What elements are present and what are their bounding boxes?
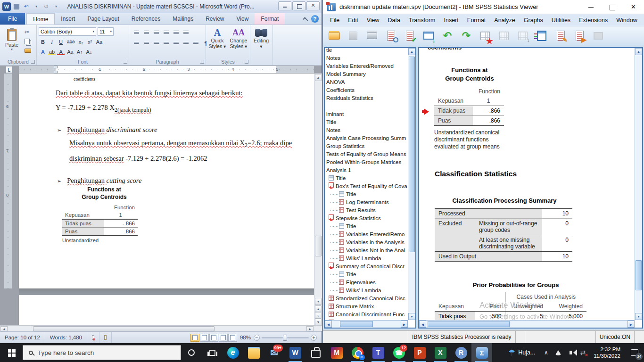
italic-button[interactable]: I — [48, 38, 56, 46]
next-page-button[interactable]: ▼ — [315, 319, 322, 325]
strikethrough-button[interactable]: abe — [66, 38, 76, 46]
scroll-left-icon[interactable]: ◀ — [419, 321, 426, 328]
outline-view-icon[interactable] — [219, 334, 228, 342]
menu-item[interactable]: Transform — [405, 17, 440, 24]
outline-item[interactable]: Variables in the Analysis — [325, 239, 415, 247]
underline-button[interactable]: U — [57, 38, 65, 46]
document-page[interactable]: coefficients Dari table di atas, dapat k… — [19, 74, 314, 288]
edge-icon[interactable]: e — [223, 343, 243, 362]
designate-window-icon[interactable] — [590, 28, 607, 43]
bold-button[interactable]: B — [39, 38, 47, 46]
print-preview-icon[interactable] — [382, 28, 399, 43]
outline-item[interactable]: Title — [325, 118, 415, 126]
sync-error-icon[interactable]: ⇄ — [577, 343, 589, 362]
classification-processing-summary-table[interactable]: Processed10 ExcludedMissing or out-of-ra… — [435, 208, 572, 262]
align-right-icon[interactable] — [152, 39, 161, 47]
paste-button[interactable]: Paste ▾ — [2, 27, 22, 57]
outline-item[interactable]: tle — [325, 47, 415, 54]
save-icon[interactable] — [345, 28, 362, 43]
previous-page-button[interactable]: ▲ — [315, 305, 322, 312]
outline-item[interactable]: Analysis Case Processing Summ — [325, 134, 415, 142]
font-color-button[interactable]: A — [57, 48, 65, 56]
styles-dialog-launcher-icon[interactable] — [245, 60, 248, 64]
goto-case-icon[interactable]: ★ — [477, 28, 494, 43]
menu-item[interactable]: Window — [612, 17, 641, 24]
page-indicator[interactable]: Page: 10 of 12 — [0, 332, 45, 343]
outline-item[interactable]: Standardized Canonical Disc — [325, 295, 415, 303]
ribbon-tab[interactable]: Mailings — [166, 13, 199, 25]
font-dialog-launcher-icon[interactable] — [124, 60, 127, 64]
close-button[interactable] — [306, 1, 320, 10]
scrollbar-thumb[interactable] — [315, 236, 322, 256]
variables-icon[interactable] — [533, 28, 550, 43]
outline-item[interactable]: Pooled Within-Groups Matrices — [325, 158, 415, 166]
menu-item[interactable]: Graphs — [520, 17, 547, 24]
outline-item[interactable] — [325, 102, 415, 110]
outline-vertical-scrollbar[interactable]: ▲ ▼ — [408, 48, 415, 320]
ribbon-tab[interactable]: Insert — [55, 13, 81, 25]
task-view-button[interactable] — [202, 343, 223, 362]
menu-item[interactable]: File — [326, 17, 344, 24]
hidden-icons-chevron[interactable]: ∧ — [540, 343, 552, 362]
matlab-icon[interactable]: M — [326, 343, 347, 362]
scroll-up-icon[interactable]: ▲ — [315, 74, 322, 81]
scrollbar-thumb[interactable] — [33, 326, 215, 331]
scrollbar-thumb[interactable] — [428, 321, 510, 327]
open-icon[interactable] — [326, 28, 343, 43]
r-icon[interactable]: R — [451, 343, 471, 362]
output-horizontal-scrollbar[interactable]: ◀ ▶ — [419, 320, 635, 328]
outline-item[interactable]: Variables Entered/Remo — [325, 230, 415, 239]
ribbon-tab[interactable]: References — [125, 13, 166, 25]
outline-item[interactable]: Variables Not in the Anal — [325, 247, 415, 255]
outline-item[interactable]: Canonical Discriminant Func — [325, 311, 415, 319]
minimize-button[interactable] — [580, 0, 602, 14]
close-button[interactable] — [623, 0, 644, 14]
outline-item[interactable]: Title — [325, 271, 415, 279]
insert-icon[interactable]: ↓ — [514, 28, 531, 43]
export-icon[interactable]: ✔ — [401, 28, 418, 43]
macro-recording-status[interactable] — [99, 332, 112, 343]
menu-item[interactable]: Data — [384, 17, 405, 24]
word-count[interactable]: Words: 1,480 — [45, 332, 87, 343]
align-center-icon[interactable] — [142, 39, 151, 47]
maximize-button[interactable] — [602, 0, 623, 14]
ribbon-tab[interactable]: Page Layout — [81, 13, 125, 25]
zoom-in-icon[interactable]: + — [311, 335, 317, 341]
increase-indent-icon[interactable] — [172, 28, 181, 36]
bullets-icon[interactable] — [132, 28, 141, 36]
font-name-select[interactable]: Calibri (Body)▾ — [39, 27, 96, 36]
menu-item[interactable]: Format — [463, 17, 490, 24]
clipboard-dialog-launcher-icon[interactable] — [31, 60, 35, 64]
outline-item[interactable]: Eigenvalues — [325, 279, 415, 287]
horizontal-scrollbar[interactable]: ◀ ▶ — [0, 325, 322, 331]
ribbon-tab[interactable]: Review — [199, 13, 230, 25]
menu-item[interactable]: Insert — [439, 17, 462, 24]
paste-dropdown-icon[interactable]: ▾ — [2, 48, 21, 51]
action-center-button[interactable]: 34 — [625, 343, 644, 362]
subscript-button[interactable]: x₂ — [77, 38, 85, 46]
horizontal-ruler[interactable]: 12345 — [19, 66, 314, 73]
scrollbar-thumb[interactable] — [340, 321, 373, 327]
outline-item[interactable]: Log Determinants — [325, 198, 415, 206]
sort-icon[interactable] — [182, 28, 190, 36]
ribbon-tab[interactable]: View — [231, 13, 255, 25]
repeat-icon[interactable]: ↺ — [42, 2, 50, 11]
outline-item[interactable]: Notes — [325, 126, 415, 134]
menu-item[interactable]: Extensions — [575, 17, 612, 24]
zoom-out-icon[interactable]: − — [254, 335, 260, 341]
scroll-up-icon[interactable]: ▲ — [408, 48, 415, 55]
outline-item[interactable]: Wilks' Lambda — [325, 255, 415, 263]
text-effects-button[interactable]: A — [39, 48, 47, 56]
embedded-spss-table[interactable]: Functions at Group Centroids Function Ke… — [62, 186, 146, 243]
ribbon-tab[interactable]: Format — [255, 13, 285, 25]
ribbon-tab[interactable]: File — [0, 13, 25, 25]
scroll-left-icon[interactable]: ◀ — [325, 321, 332, 328]
change-styles-button[interactable]: AA Change Styles ▾ — [228, 27, 249, 58]
whatsapp-icon[interactable]: ☎12 — [388, 343, 409, 362]
numbering-icon[interactable] — [142, 28, 151, 36]
superscript-button[interactable]: x² — [86, 38, 94, 46]
outline-item[interactable]: Title — [325, 222, 415, 230]
run-script-icon[interactable]: ▶ — [571, 28, 588, 43]
copy-icon[interactable] — [25, 38, 34, 45]
menu-item[interactable]: Edit — [344, 17, 363, 24]
